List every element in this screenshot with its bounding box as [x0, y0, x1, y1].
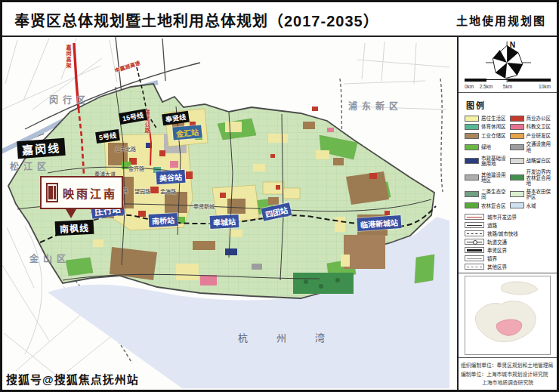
- legend-line-items: 城市开发边界 道路 铁路/城市快线 轨道交通 奉贤区界 镇界 其他区界: [465, 214, 551, 270]
- town-border-symbol: [465, 255, 484, 261]
- legend-item: 市政基础设施用地: [465, 156, 506, 167]
- road-symbol: [465, 222, 484, 228]
- legend-item: 商业办公区: [510, 116, 551, 122]
- line-label-jiamin: 嘉闵线: [17, 138, 65, 159]
- legend-swatch: [510, 124, 524, 130]
- scale-bar: [465, 79, 551, 82]
- legend-line-item: 轨道交通: [465, 239, 551, 245]
- other-border-symbol: [465, 264, 484, 270]
- legend-item: 战略留白区: [510, 156, 551, 167]
- project-name: 映雨江南: [63, 185, 117, 201]
- shanghai-inset-map: [465, 276, 551, 355]
- legend-item: 交通设施用地: [510, 141, 551, 153]
- legend-swatch: [510, 133, 524, 139]
- legend-swatch: [465, 174, 479, 181]
- location-inset-section: [459, 273, 557, 358]
- legend-item: 其他建设用地区: [465, 169, 506, 186]
- legend-area-items: 居住生活区 商业办公区 体育休闲区 科教文卫区 工业仓储区 产业研发区 绿地 交…: [465, 116, 551, 209]
- legend-panel: N 0km 2.5km 5km 10km 图例 居住生活区 商业办公区 体育休闲…: [457, 37, 557, 390]
- legend-line-item: 铁路/城市快线: [465, 230, 551, 236]
- road-label-wangyuan: 望园路: [134, 187, 150, 195]
- compass-north-letter: N: [510, 41, 515, 49]
- legend-swatch: [465, 124, 479, 130]
- district-label-songjiang: 松江区: [10, 159, 51, 172]
- legend-swatch: [465, 133, 479, 139]
- legend-title: 图例: [466, 99, 551, 111]
- station-label-nanqiao: 南桥站: [149, 213, 178, 227]
- map-sheet-title: 土地使用规划图: [456, 12, 546, 28]
- attribution-line: 编制单位：上海市城市规划设计研究院: [461, 370, 554, 378]
- station-label-jinhui: 金汇站: [172, 125, 202, 140]
- project-logo-seal-icon: [46, 183, 58, 202]
- legend-item: 水域: [510, 202, 551, 208]
- road-label-jinhai: 金海路: [160, 187, 176, 195]
- legend-item: 开发边界内农林复合用地: [510, 169, 551, 186]
- legend-swatch: [510, 191, 524, 197]
- legend-item: 体育休闲区: [465, 124, 506, 130]
- map-canvas: 嘉闵线 南枫线 15号线 5号线 奉贤线 金汇站 美谷站 庄行站 南桥站 奉城站…: [2, 37, 457, 390]
- legend-item: 农林复合区: [465, 202, 506, 208]
- content: 嘉闵线 南枫线 15号线 5号线 奉贤线 金汇站 美谷站 庄行站 南桥站 奉城站…: [2, 35, 557, 390]
- area-label-fengxian-newtown: 奉贤新城: [193, 202, 215, 210]
- attribution-line: 组织编制单位：奉贤区规划和土地管理局: [461, 361, 554, 369]
- legend-line-item: 道路: [465, 222, 551, 228]
- line-label-nanfeng: 南枫线: [55, 220, 94, 236]
- legend-item: 绿地: [465, 141, 506, 153]
- project-marker: 映雨江南: [40, 176, 123, 209]
- legend-item: 基本农田保护区: [510, 189, 551, 200]
- legend-swatch: [465, 202, 479, 208]
- planning-map-page: 奉贤区总体规划暨土地利用总体规划（2017-2035） 土地使用规划图: [0, 0, 559, 392]
- fengxian-border-symbol: [465, 247, 484, 253]
- legend-swatch: [510, 174, 524, 181]
- legend-line-item: 奉贤区界: [465, 247, 551, 253]
- district-label-jinshan: 金山区: [29, 252, 70, 264]
- legend-swatch: [465, 158, 479, 164]
- legend-swatch: [510, 116, 524, 122]
- legend-swatch: [465, 191, 479, 197]
- attribution-section: 组织编制单位：奉贤区规划和土地管理局 编制单位：上海市城市规划设计研究院 上海市…: [459, 358, 557, 390]
- compass-scale-section: N 0km 2.5km 5km 10km: [459, 37, 557, 93]
- scale-tick: 5km: [503, 84, 512, 89]
- legend-line-item: 镇界: [465, 255, 551, 261]
- bay-label-hangzhou: 杭州湾: [238, 330, 354, 344]
- road-label-huifeng: 汇丰北路: [115, 145, 136, 153]
- road-label-jiamin-viaduct: 嘉闵高架: [64, 45, 72, 69]
- legend-item: 工业仓储区: [465, 133, 506, 139]
- legend-item: 科教文卫区: [510, 124, 551, 130]
- station-label-meigu: 美谷站: [156, 170, 185, 185]
- road-label-jinqi: 金齐路: [128, 165, 144, 172]
- project-marker-pointer-icon: [66, 209, 76, 218]
- legend-line-item: 其他区界: [465, 264, 551, 270]
- district-label-minhang: 闵行区: [49, 93, 90, 106]
- legend-swatch: [465, 116, 479, 122]
- legend-swatch: [510, 144, 524, 150]
- header: 奉贤区总体规划暨土地利用总体规划（2017-2035） 土地使用规划图: [2, 2, 557, 35]
- legend-swatch: [510, 158, 524, 164]
- legend-line-item: 城市开发边界: [465, 214, 551, 220]
- legend-item: 二类生态空间: [465, 189, 506, 200]
- scale-tick: 2.5km: [480, 84, 493, 89]
- scale-tick: 10km: [539, 84, 551, 89]
- legend-item: 居住生活区: [465, 116, 506, 122]
- page-title: 奉贤区总体规划暨土地利用总体规划（2017-2035）: [14, 9, 379, 31]
- scale-tick: 0km: [465, 84, 474, 89]
- legend-item: 产业研发区: [510, 133, 551, 139]
- legend-swatch: [465, 144, 479, 150]
- legend-section: 图例 居住生活区 商业办公区 体育休闲区 科教文卫区 工业仓储区 产业研发区 绿…: [459, 93, 557, 274]
- development-boundary-symbol: [465, 214, 484, 220]
- legend-swatch: [510, 202, 524, 208]
- station-label-fengcheng: 奉城站: [210, 215, 239, 229]
- attribution-line: 上海市地质调查研究院: [461, 378, 554, 387]
- rail-transit-symbol: [465, 239, 484, 245]
- scale-ticks: 0km 2.5km 5km 10km: [465, 84, 551, 91]
- railway-express-symbol: [465, 230, 484, 236]
- watermark: 搜狐号@搜狐焦点抚州站: [6, 371, 139, 387]
- district-label-pudong: 浦东新区: [348, 99, 403, 112]
